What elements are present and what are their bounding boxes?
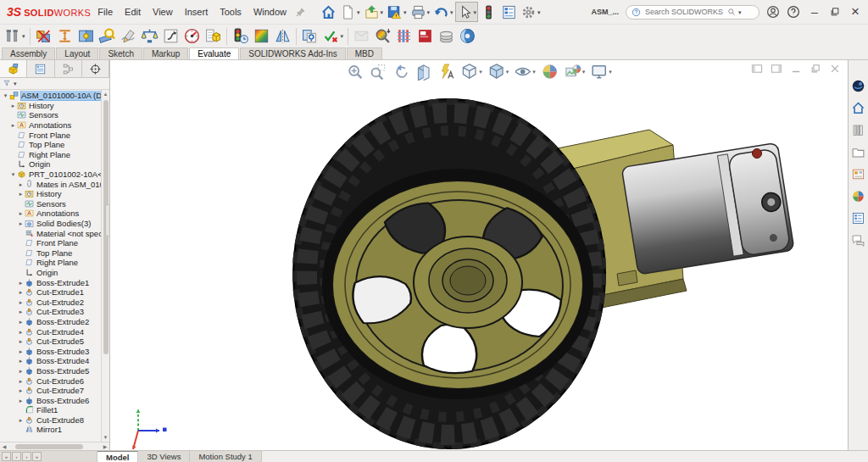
tree-item[interactable]: Material <not specified> (0, 228, 101, 238)
tree-expander-icon[interactable]: ▾ (2, 92, 9, 98)
tree-item[interactable]: Front Plane (0, 238, 101, 248)
bottom-tab-motion-study-1[interactable]: Motion Study 1 (190, 451, 261, 462)
measure-button[interactable] (97, 26, 118, 47)
tree-item[interactable]: ▸Cut-Extrude6 (0, 376, 101, 386)
menu-file[interactable]: File (97, 7, 113, 17)
view-settings-button[interactable]: ▾ (588, 61, 614, 81)
apply-scene-dropdown-icon[interactable]: ▾ (582, 69, 586, 75)
print-dropdown-icon[interactable]: ▾ (427, 9, 431, 15)
tab-evaluate[interactable]: Evaluate (189, 47, 239, 59)
tree-expander-icon[interactable]: ▸ (17, 398, 25, 404)
tree-item[interactable]: Origin (0, 268, 101, 278)
tree-expander-icon[interactable]: ▸ (17, 289, 25, 295)
hide-show-items-button[interactable]: ▾ (512, 61, 537, 81)
properties-list-button[interactable] (498, 2, 519, 22)
filter-dropdown-icon[interactable]: ▾ (14, 81, 17, 86)
scroll-down-icon[interactable]: ▼ (103, 433, 108, 442)
open-button[interactable]: ▾ (362, 2, 386, 22)
tree-item[interactable]: ▸Cut-Extrude2 (0, 297, 101, 307)
save-dropdown-icon[interactable]: ▾ (403, 9, 407, 15)
traffic-light-button[interactable] (478, 2, 498, 22)
minimize-button[interactable]: – (807, 4, 822, 19)
view-palette-icon[interactable] (851, 167, 865, 181)
tree-item[interactable]: Top Plane (0, 248, 101, 259)
undo-button[interactable]: ▾ (431, 2, 455, 22)
annotation-views-button[interactable] (436, 61, 457, 81)
search-dropdown-icon[interactable]: ▾ (738, 9, 742, 15)
doc-restore-icon[interactable] (810, 63, 821, 75)
tree-item[interactable]: ▸Boss-Extrude2 (0, 317, 101, 327)
previous-view-button[interactable] (390, 61, 411, 81)
tree-item[interactable]: Front Plane (0, 130, 101, 140)
markup-button[interactable] (118, 26, 139, 47)
tab-nav-last-button[interactable]: » (32, 452, 42, 461)
tree-item[interactable]: ▾PRT_0101002-10A<1> (Default<< (0, 170, 101, 180)
menu-view[interactable]: View (153, 7, 173, 17)
compare-documents-button[interactable] (351, 26, 372, 47)
home-button[interactable] (318, 2, 338, 22)
section-properties-button[interactable] (160, 26, 181, 47)
tree-expander-icon[interactable]: ▸ (17, 299, 25, 305)
symmetry-check-button[interactable] (272, 26, 293, 47)
account-icon[interactable] (766, 5, 780, 19)
tree-expander-icon[interactable]: ▸ (9, 103, 17, 109)
forum-icon[interactable] (851, 233, 865, 248)
tree-item[interactable]: ▸History (0, 101, 101, 111)
options-gear-dropdown-icon[interactable]: ▾ (537, 9, 541, 15)
new-document-dropdown-icon[interactable]: ▾ (357, 9, 360, 15)
tree-expander-icon[interactable]: ▸ (17, 387, 25, 393)
tab-layout[interactable]: Layout (56, 47, 98, 59)
deviation-analysis-button[interactable]: ▾ (320, 26, 346, 47)
tree-vertical-scrollbar[interactable]: ▲ ▼ (101, 90, 109, 442)
tree-item[interactable]: ▸Boss-Extrude3 (0, 346, 101, 356)
select-cursor-dropdown-icon[interactable]: ▾ (474, 9, 477, 15)
tree-item[interactable]: ▸Cut-Extrude5 (0, 337, 101, 347)
routing-library-button[interactable] (393, 26, 415, 47)
tree-item[interactable]: ▸History (0, 189, 101, 199)
model-wheel-motor-assembly[interactable] (110, 60, 848, 450)
panel-tab-dimxpertmanager[interactable] (82, 60, 109, 77)
tree-item[interactable]: ▸Cut-Extrude1 (0, 287, 101, 298)
file-explorer-icon[interactable] (851, 145, 865, 159)
scroll-up-icon[interactable]: ▲ (103, 90, 108, 98)
tree-item[interactable]: Sensors (0, 110, 101, 120)
tree-item[interactable]: ▸Annotations (0, 209, 101, 219)
tree-item[interactable]: ▸Cut-Extrude4 (0, 326, 101, 337)
tree-expander-icon[interactable]: ▸ (17, 181, 25, 187)
tab-nav-next-button[interactable]: › (22, 452, 31, 461)
new-document-button[interactable]: ▾ (338, 2, 362, 22)
pane-right-icon[interactable] (771, 63, 782, 75)
custom-properties-icon[interactable] (851, 211, 865, 225)
display-analysis-button[interactable] (372, 26, 393, 47)
fastener-tool-button[interactable]: ▾ (2, 26, 27, 47)
search-icon[interactable] (727, 8, 736, 16)
display-style-button[interactable]: ▾ (486, 61, 511, 81)
open-dropdown-icon[interactable]: ▾ (381, 9, 384, 15)
costing-button[interactable] (436, 26, 457, 47)
menu-tools[interactable]: Tools (220, 7, 242, 17)
filter-funnel-icon[interactable] (3, 79, 12, 88)
clearance-verification-button[interactable] (54, 26, 75, 47)
tree-expander-icon[interactable]: ▸ (17, 191, 25, 197)
tab-assembly[interactable]: Assembly (2, 47, 55, 59)
menu-edit[interactable]: Edit (125, 7, 141, 17)
section-view-button[interactable] (413, 61, 434, 81)
deviation-analysis-dropdown-icon[interactable]: ▾ (341, 33, 344, 39)
tree-expander-icon[interactable]: ▸ (17, 309, 25, 314)
tree-item[interactable]: ▾ASM_0101000-10A (Default<Display S (0, 91, 101, 101)
tree-expander-icon[interactable]: ▸ (17, 368, 25, 374)
tree-item[interactable]: ▸Mates in ASM_0101000-10A (0, 179, 101, 189)
tree-item[interactable]: Top Plane (0, 140, 101, 150)
fastener-tool-dropdown-icon[interactable]: ▾ (22, 33, 25, 39)
restore-button[interactable] (829, 6, 841, 18)
tree-expander-icon[interactable]: ▸ (17, 358, 25, 364)
home-pane-icon[interactable] (851, 101, 865, 115)
tree-item[interactable]: ▸Cut-Extrude8 (0, 415, 101, 426)
tree-item[interactable]: ▸Boss-Extrude5 (0, 366, 101, 376)
panel-tab-configurationmanager[interactable] (55, 60, 82, 77)
view-orientation-button[interactable]: ▾ (459, 61, 484, 81)
help-search-box[interactable]: ▾ (626, 5, 760, 19)
display-style-dropdown-icon[interactable]: ▾ (506, 69, 509, 75)
tree-item[interactable]: Mirror1 (0, 425, 101, 435)
print-button[interactable]: ▾ (409, 2, 432, 22)
